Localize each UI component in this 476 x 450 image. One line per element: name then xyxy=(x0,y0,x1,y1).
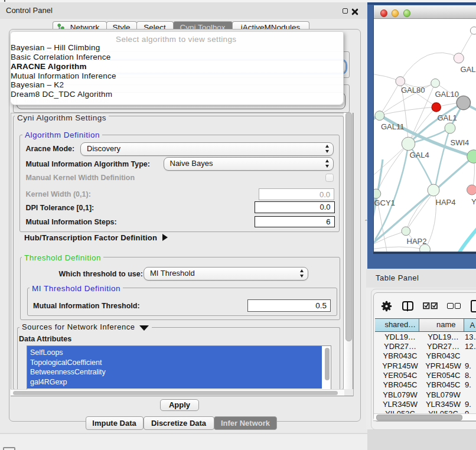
svg-text:Y: Y xyxy=(471,197,476,206)
svg-text:HAP2: HAP2 xyxy=(407,237,427,246)
svg-text:GAL10: GAL10 xyxy=(435,90,459,99)
svg-text:GAL80: GAL80 xyxy=(401,86,425,94)
svg-text:GAL4: GAL4 xyxy=(410,151,429,159)
svg-text:GCY1: GCY1 xyxy=(374,198,395,207)
svg-text:GAL11: GAL11 xyxy=(381,122,405,131)
svg-text:GAL1: GAL1 xyxy=(438,113,457,122)
svg-text:HAP4: HAP4 xyxy=(436,198,456,207)
svg-text:SWI4: SWI4 xyxy=(451,138,470,147)
svg-text:GAL7: GAL7 xyxy=(461,65,476,74)
